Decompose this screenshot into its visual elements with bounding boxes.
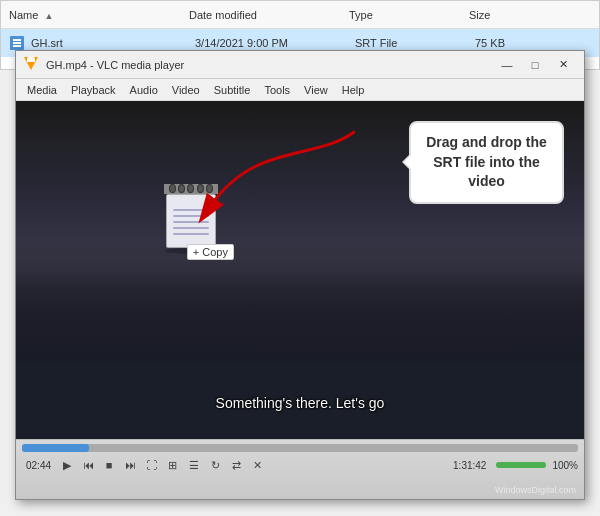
spiral-ring-1 <box>169 184 176 193</box>
progress-bar[interactable] <box>22 444 578 452</box>
speech-bubble: Drag and drop the SRT file into the vide… <box>409 121 564 204</box>
menu-audio[interactable]: Audio <box>123 82 165 98</box>
time-total: 1:31:42 <box>453 460 486 471</box>
spiral-ring-3 <box>187 184 194 193</box>
stop-button[interactable]: ■ <box>99 456 119 474</box>
notepad-line-2 <box>173 215 209 217</box>
col-date-header: Date modified <box>189 9 349 21</box>
srt-icon-graphic <box>10 36 24 50</box>
time-current: 02:44 <box>26 460 51 471</box>
speech-bubble-text: Drag and drop the SRT file into the vide… <box>426 134 547 189</box>
file-size: 75 KB <box>475 37 555 49</box>
playback-controls: ▶ ⏮ ■ ⏭ ⛶ ⊞ <box>57 456 182 474</box>
notepad-line-1 <box>173 209 209 211</box>
progress-fill <box>22 444 89 452</box>
vlc-app-icon <box>24 57 40 73</box>
watermark: WindowsDigital.com <box>495 485 576 495</box>
random-button[interactable]: ⇄ <box>226 456 246 474</box>
vlc-window-title: GH.mp4 - VLC media player <box>46 59 494 71</box>
file-type: SRT File <box>355 37 475 49</box>
minimize-button[interactable]: — <box>494 56 520 74</box>
volume-fill <box>496 462 546 468</box>
maximize-button[interactable]: □ <box>522 56 548 74</box>
vlc-window: GH.mp4 - VLC media player — □ ✕ Media Pl… <box>15 50 585 500</box>
col-name-header: Name ▲ <box>9 9 189 21</box>
controls-row: 02:44 ▶ ⏮ ■ ⏭ ⛶ ⊞ ☰ ↻ ⇄ ✕ 1:31:42 100% <box>16 454 584 476</box>
menu-tools[interactable]: Tools <box>257 82 297 98</box>
notepad-line-4 <box>173 227 209 229</box>
vlc-cone-icon <box>24 57 38 70</box>
notepad-line-3 <box>173 221 209 223</box>
srt-file-icon <box>9 35 25 51</box>
extended-button[interactable]: ⊞ <box>162 456 182 474</box>
drag-drop-icon: + Copy <box>156 181 226 256</box>
next-button[interactable]: ⏭ <box>120 456 140 474</box>
close-button[interactable]: ✕ <box>550 56 576 74</box>
menu-help[interactable]: Help <box>335 82 372 98</box>
menu-playback[interactable]: Playback <box>64 82 123 98</box>
menu-video[interactable]: Video <box>165 82 207 98</box>
playlist-button[interactable]: ☰ <box>184 456 204 474</box>
notepad-spiral <box>164 184 218 194</box>
prev-button[interactable]: ⏮ <box>78 456 98 474</box>
extra-controls: ☰ ↻ ⇄ ✕ <box>184 456 267 474</box>
notepad-lines <box>167 195 215 243</box>
volume-label: 100% <box>552 460 578 471</box>
volume-slider[interactable] <box>496 462 546 468</box>
file-name: GH.srt <box>31 37 195 49</box>
arrow-path <box>210 131 354 206</box>
spiral-ring-4 <box>197 184 204 193</box>
window-controls: — □ ✕ <box>494 56 576 74</box>
col-size-header: Size <box>469 9 549 21</box>
mute-button[interactable]: ✕ <box>247 456 267 474</box>
notepad-icon <box>164 190 218 248</box>
vlc-titlebar: GH.mp4 - VLC media player — □ ✕ <box>16 51 584 79</box>
file-date: 3/14/2021 9:00 PM <box>195 37 355 49</box>
notepad-body <box>166 194 216 248</box>
sort-arrow-icon: ▲ <box>44 11 53 21</box>
vlc-video-area: + Copy Drag and drop the SRT file into t… <box>16 101 584 441</box>
explorer-header: Name ▲ Date modified Type Size <box>1 1 599 29</box>
subtitle-text: Something's there. Let's go <box>16 395 584 411</box>
menu-media[interactable]: Media <box>20 82 64 98</box>
vlc-menubar: Media Playback Audio Video Subtitle Tool… <box>16 79 584 101</box>
col-type-header: Type <box>349 9 469 21</box>
vlc-controls: 02:44 ▶ ⏮ ■ ⏭ ⛶ ⊞ ☰ ↻ ⇄ ✕ 1:31:42 100% W… <box>16 439 584 499</box>
menu-view[interactable]: View <box>297 82 335 98</box>
fullscreen-button[interactable]: ⛶ <box>141 456 161 474</box>
notepad-line-5 <box>173 233 209 235</box>
loop-button[interactable]: ↻ <box>205 456 225 474</box>
menu-subtitle[interactable]: Subtitle <box>207 82 258 98</box>
play-button[interactable]: ▶ <box>57 456 77 474</box>
copy-label: + Copy <box>187 244 234 260</box>
spiral-ring-2 <box>178 184 185 193</box>
spiral-ring-5 <box>206 184 213 193</box>
